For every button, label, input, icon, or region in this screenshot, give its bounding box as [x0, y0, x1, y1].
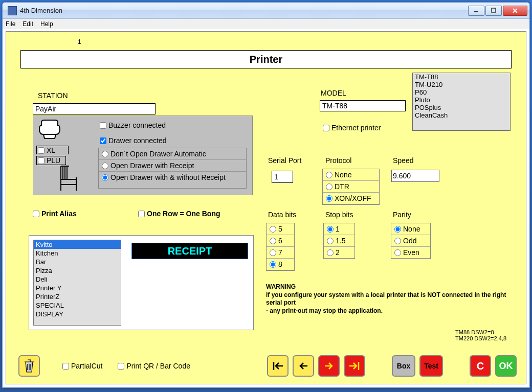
model-label: MODEL [321, 89, 346, 97]
ethernet-checkbox[interactable]: Ethernet printer [323, 124, 381, 132]
list-item[interactable]: TM-T88 [413, 73, 510, 81]
list-item[interactable]: TM-U210 [413, 81, 510, 88]
list-item[interactable]: DISPLAY [34, 310, 121, 318]
arrow-first-icon [272, 361, 284, 371]
first-record-button[interactable] [267, 355, 289, 377]
content-area: 1 Printer STATION XL PLU Buzzer connecte… [6, 31, 526, 384]
buzzer-checkbox[interactable]: Buzzer connected [100, 121, 166, 129]
printer-panel: KvittoKitchenBarPizzaDeliPrinter YPrinte… [29, 235, 254, 330]
ok-button[interactable]: OK [495, 355, 517, 377]
app-icon [8, 6, 17, 15]
station-label: STATION [38, 91, 68, 100]
drawer-opt-both[interactable]: Open Drawer with & without Receipt [99, 172, 246, 183]
page-title: Printer [20, 50, 512, 68]
close-button[interactable]: ✕ [503, 6, 527, 16]
arrow-left-icon [297, 361, 309, 371]
drawer-options: Don´t Open Drawer Automatic Open Drawer … [98, 148, 247, 189]
arrow-last-icon [348, 361, 361, 371]
databits-8[interactable]: 8 [267, 259, 294, 270]
dsw-note: TM88 DSW2=8 TM220 DSW2=2,4,8 [455, 329, 506, 341]
stopbits-label: Stop bits [325, 211, 353, 219]
station-input[interactable] [33, 103, 156, 114]
protocol-label: Protocol [325, 156, 351, 165]
list-item[interactable]: Kitchen [34, 249, 121, 258]
last-record-button[interactable] [344, 355, 365, 377]
parity-group: NoneOddEven [391, 223, 431, 259]
list-item[interactable]: PrinterZ [34, 292, 121, 301]
delete-button[interactable] [18, 355, 40, 377]
list-item[interactable]: Deli [34, 275, 121, 284]
title-bar[interactable]: 4th Dimension ✕ [3, 3, 529, 19]
serial-port-label: Serial Port [268, 156, 301, 165]
protocol-dtr[interactable]: DTR [323, 181, 379, 193]
parity-None[interactable]: None [391, 223, 430, 235]
list-item[interactable]: Pluto [413, 96, 510, 104]
warning-text: WARNING if you configure your system wit… [266, 283, 512, 315]
one-row-checkbox[interactable]: One Row = One Bong [138, 210, 220, 218]
databits-group: 5678 [266, 223, 295, 271]
app-window: 4th Dimension ✕ File Edit Help 1 Printer… [2, 2, 530, 388]
databits-label: Data bits [268, 211, 296, 219]
parity-Even[interactable]: Even [391, 247, 430, 259]
drawer-opt-receipt[interactable]: Open Drawer with Receipt [99, 160, 246, 172]
list-item[interactable]: Kvitto [34, 240, 121, 249]
bottom-toolbar: PartialCut Print QR / Bar Code Box Test … [6, 353, 526, 379]
receipt-banner: RECEIPT [131, 243, 248, 259]
list-item[interactable]: Bar [34, 258, 121, 266]
databits-5[interactable]: 5 [267, 223, 294, 235]
arrow-right-icon [323, 361, 335, 371]
svg-rect-1 [492, 8, 496, 12]
box-button[interactable]: Box [392, 355, 415, 377]
stopbits-2[interactable]: 2 [324, 247, 354, 259]
databits-7[interactable]: 7 [267, 247, 294, 259]
protocol-xonxoff[interactable]: XON/XOFF [323, 193, 379, 204]
stopbits-1.5[interactable]: 1.5 [324, 235, 354, 247]
trash-icon [24, 359, 35, 373]
parity-Odd[interactable]: Odd [391, 235, 430, 247]
list-item[interactable]: Printer Y [34, 284, 121, 292]
serial-port-input[interactable] [272, 171, 293, 183]
list-item[interactable]: Pizza [34, 266, 121, 275]
chair-icon [58, 165, 79, 192]
parity-label: Parity [393, 211, 411, 219]
printer-icon [37, 119, 63, 140]
list-item[interactable]: P60 [413, 88, 510, 96]
stopbits-1[interactable]: 1 [324, 223, 354, 235]
speed-input[interactable] [391, 170, 439, 182]
drawer-opt-none[interactable]: Don´t Open Drawer Automatic [99, 148, 246, 160]
menu-edit[interactable]: Edit [23, 20, 33, 28]
minimize-button[interactable] [468, 6, 484, 16]
cancel-button[interactable]: C [470, 355, 491, 377]
speed-label: Speed [393, 156, 413, 165]
print-qr-checkbox[interactable]: Print QR / Bar Code [118, 362, 190, 370]
list-item[interactable]: CleanCash [413, 111, 510, 119]
protocol-group: None DTR XON/XOFF [322, 169, 380, 205]
prev-record-button[interactable] [293, 355, 314, 377]
next-record-button[interactable] [318, 355, 340, 377]
databits-6[interactable]: 6 [267, 235, 294, 247]
menu-file[interactable]: File [6, 20, 15, 28]
plu-checkbox[interactable]: PLU [36, 156, 66, 165]
maximize-button[interactable] [485, 6, 502, 16]
list-item[interactable]: SPECIAL [34, 301, 121, 310]
model-list[interactable]: TM-T88TM-U210P60PlutoPOSplusCleanCash [412, 73, 511, 131]
window-title: 4th Dimension [20, 7, 62, 14]
printer-list[interactable]: KvittoKitchenBarPizzaDeliPrinter YPrinte… [33, 240, 121, 326]
stopbits-group: 11.52 [323, 223, 355, 259]
test-button[interactable]: Test [419, 355, 443, 377]
menu-bar: File Edit Help [3, 19, 529, 29]
list-item[interactable]: POSplus [413, 104, 510, 111]
model-input[interactable] [320, 100, 406, 111]
protocol-none[interactable]: None [323, 169, 379, 181]
menu-help[interactable]: Help [40, 20, 53, 28]
options-panel: XL PLU Buzzer connected Drawer connected… [33, 116, 253, 195]
print-alias-checkbox[interactable]: Print Alias [33, 210, 77, 218]
xl-checkbox[interactable]: XL [36, 146, 69, 154]
drawer-checkbox[interactable]: Drawer connected [100, 136, 167, 145]
record-index: 1 [78, 38, 81, 45]
partial-cut-checkbox[interactable]: PartialCut [62, 362, 102, 370]
